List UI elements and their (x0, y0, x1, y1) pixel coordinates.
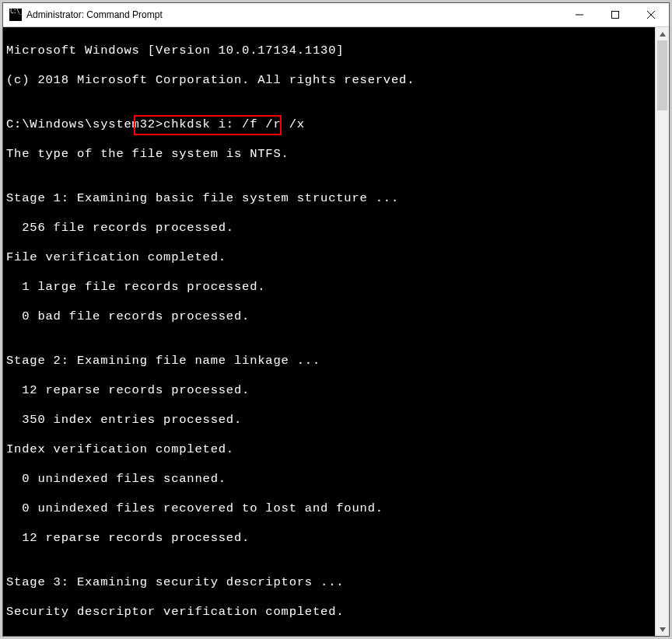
output-line: Stage 3: Examining security descriptors … (6, 575, 655, 590)
scroll-up-button[interactable] (656, 27, 669, 40)
svg-marker-5 (660, 627, 666, 632)
output-line: 0 unindexed files recovered to lost and … (6, 501, 655, 516)
titlebar[interactable]: Administrator: Command Prompt (3, 3, 669, 27)
close-button[interactable] (633, 3, 669, 26)
svg-marker-4 (660, 32, 666, 37)
prompt-path: C:\Windows\system32> (6, 117, 163, 131)
output-line: 0 bad file records processed. (6, 309, 655, 324)
output-line: 0 unindexed files scanned. (6, 472, 655, 487)
output-line: 1 large file records processed. (6, 280, 655, 295)
output-line: File verification completed. (6, 250, 655, 265)
vertical-scrollbar[interactable] (655, 27, 669, 636)
output-line: Index verification completed. (6, 442, 655, 457)
output-line: 350 index entries processed. (6, 413, 655, 428)
output-line: The type of the file system is NTFS. (6, 147, 655, 162)
cmd-icon (9, 9, 22, 21)
maximize-button[interactable] (597, 3, 633, 26)
output-line: Security descriptor verification complet… (6, 605, 655, 620)
scroll-down-button[interactable] (656, 623, 669, 636)
output-line: Stage 1: Examining basic file system str… (6, 191, 655, 206)
terminal-output[interactable]: Microsoft Windows [Version 10.0.17134.11… (3, 27, 655, 636)
svg-rect-1 (612, 12, 619, 19)
output-line: 48 data files processed. (6, 634, 655, 636)
prompt-line: C:\Windows\system32>chkdsk i: /f /r /x (6, 117, 655, 132)
output-line: 12 reparse records processed. (6, 383, 655, 398)
output-line: Microsoft Windows [Version 10.0.17134.11… (6, 44, 655, 58)
window-controls (562, 3, 669, 26)
prompt-command: chkdsk i: /f /r /x (163, 117, 305, 131)
minimize-button[interactable] (562, 3, 597, 26)
output-line: 256 file records processed. (6, 221, 655, 236)
window-title: Administrator: Command Prompt (26, 9, 562, 20)
output-line: Stage 2: Examining file name linkage ... (6, 354, 655, 368)
command-prompt-window: Administrator: Command Prompt Microsoft … (2, 2, 670, 637)
scroll-thumb[interactable] (657, 40, 667, 110)
output-line: 12 reparse records processed. (6, 531, 655, 546)
client-area: Microsoft Windows [Version 10.0.17134.11… (3, 27, 669, 636)
output-line: (c) 2018 Microsoft Corporation. All righ… (6, 73, 655, 88)
scroll-track[interactable] (656, 40, 669, 623)
